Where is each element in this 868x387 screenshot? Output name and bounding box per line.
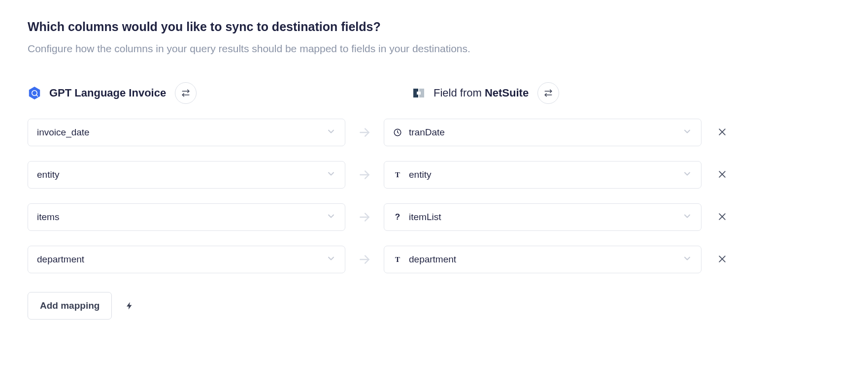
destination-logo-icon <box>412 86 426 100</box>
swap-destination-button[interactable] <box>537 82 559 104</box>
close-icon <box>717 127 727 138</box>
mapping-rows: invoice_datetranDateentityTentityitems?i… <box>28 119 840 273</box>
add-mapping-button[interactable]: Add mapping <box>28 292 112 320</box>
field-type-icon: T <box>393 255 402 264</box>
source-field-value: department <box>37 254 326 265</box>
destination-field-select[interactable]: ?itemList <box>384 203 701 231</box>
svg-rect-7 <box>417 92 421 95</box>
source-field-select[interactable]: department <box>28 246 345 273</box>
mapping-arrow-icon <box>345 126 384 139</box>
chevron-down-icon <box>326 127 336 138</box>
mapping-row: invoice_datetranDate <box>28 119 840 146</box>
destination-field-value: entity <box>409 169 682 180</box>
chevron-down-icon <box>326 211 336 223</box>
source-field-value: items <box>37 212 326 223</box>
destination-label: Field from NetSuite <box>434 87 529 99</box>
destination-field-value: itemList <box>409 212 682 223</box>
field-type-icon <box>393 128 402 137</box>
source-field-select[interactable]: invoice_date <box>28 119 345 146</box>
bolt-icon <box>125 300 134 311</box>
destination-header: Field from NetSuite <box>412 82 559 104</box>
swap-icon <box>181 89 190 97</box>
chevron-down-icon <box>682 211 692 223</box>
mapping-arrow-icon <box>345 211 384 224</box>
close-icon <box>717 254 727 265</box>
page-subheading: Configure how the columns in your query … <box>28 43 840 55</box>
source-field-select[interactable]: entity <box>28 161 345 189</box>
remove-mapping-button[interactable] <box>712 165 732 185</box>
destination-field-value: department <box>409 254 682 265</box>
remove-mapping-button[interactable] <box>712 250 732 269</box>
source-label: GPT Language Invoice <box>49 87 166 99</box>
field-type-icon: ? <box>393 213 402 222</box>
destination-field-value: tranDate <box>409 127 682 138</box>
source-field-select[interactable]: items <box>28 203 345 231</box>
source-header: GPT Language Invoice <box>28 82 372 104</box>
mapping-arrow-icon <box>345 168 384 181</box>
destination-field-select[interactable]: tranDate <box>384 119 701 146</box>
destination-field-select[interactable]: Tentity <box>384 161 701 189</box>
chevron-down-icon <box>682 169 692 181</box>
swap-source-button[interactable] <box>175 82 197 104</box>
close-icon <box>717 212 727 223</box>
chevron-down-icon <box>326 169 336 181</box>
destination-field-select[interactable]: Tdepartment <box>384 246 701 273</box>
destination-label-prefix: Field from <box>434 87 485 99</box>
mapping-row: items?itemList <box>28 203 840 231</box>
mapping-arrow-icon <box>345 253 384 266</box>
source-field-value: invoice_date <box>37 127 326 138</box>
swap-icon <box>544 89 553 97</box>
page-heading: Which columns would you like to sync to … <box>28 20 840 34</box>
auto-map-button[interactable] <box>123 299 136 313</box>
chevron-down-icon <box>326 254 336 265</box>
field-type-icon: T <box>393 170 402 179</box>
remove-mapping-button[interactable] <box>712 207 732 227</box>
remove-mapping-button[interactable] <box>712 123 732 142</box>
mapping-columns-header: GPT Language Invoice Field from NetSuite <box>28 82 840 104</box>
footer-actions: Add mapping <box>28 292 840 320</box>
source-field-value: entity <box>37 169 326 180</box>
svg-marker-0 <box>29 87 40 99</box>
destination-label-name: NetSuite <box>485 87 529 99</box>
mapping-row: entityTentity <box>28 161 840 189</box>
source-logo-icon <box>28 86 41 100</box>
mapping-row: departmentTdepartment <box>28 246 840 273</box>
chevron-down-icon <box>682 254 692 265</box>
close-icon <box>717 169 727 181</box>
chevron-down-icon <box>682 127 692 138</box>
